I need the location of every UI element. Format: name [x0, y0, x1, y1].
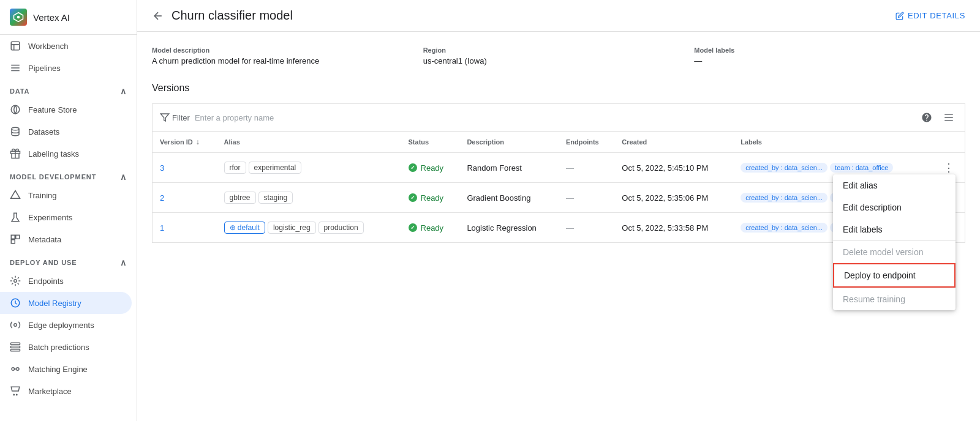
- sidebar-item-model-registry[interactable]: Model Registry: [0, 292, 132, 314]
- label-chip: created_by : data_scien...: [741, 223, 827, 233]
- col-version-id[interactable]: Version ID ↓: [153, 132, 217, 153]
- alias-tag: production: [318, 222, 364, 234]
- filter-input[interactable]: [195, 113, 913, 122]
- context-menu-item-delete-version: Delete model version: [833, 241, 956, 263]
- context-menu-item-edit-labels[interactable]: Edit labels: [833, 218, 956, 240]
- col-actions: [933, 132, 965, 153]
- svg-rect-13: [11, 240, 15, 244]
- cell-status: Ready: [401, 183, 460, 213]
- endpoints-dash: —: [566, 163, 574, 173]
- model-meta: Model description A churn prediction mod…: [152, 47, 965, 65]
- svg-point-20: [12, 368, 15, 371]
- sidebar-item-training[interactable]: Training: [0, 184, 132, 206]
- description-label: Model description: [152, 47, 423, 54]
- svg-marker-26: [160, 114, 168, 121]
- sidebar: Vertex AI Workbench Pipelines DATA ∧ Fea…: [0, 0, 137, 421]
- pipelines-icon: [10, 62, 21, 73]
- sidebar-item-workbench[interactable]: Workbench: [0, 35, 132, 57]
- cell-description: Gradient Boosting: [459, 183, 559, 213]
- filter-icon-area: Filter: [160, 113, 190, 122]
- filter-bar: Filter: [152, 103, 965, 131]
- page-title: Churn classifier model: [172, 9, 888, 23]
- svg-rect-12: [16, 235, 20, 239]
- cell-endpoints: —: [559, 183, 614, 213]
- svg-rect-17: [11, 343, 20, 345]
- region-value: us-central1 (Iowa): [423, 56, 695, 65]
- app-logo: Vertex AI: [0, 0, 137, 35]
- context-menu-item-edit-alias[interactable]: Edit alias: [833, 174, 956, 196]
- more-options-button[interactable]: ⋮: [940, 159, 957, 176]
- filter-label: Filter: [172, 113, 190, 122]
- cell-endpoints: —: [559, 213, 614, 243]
- label-chip: team : data_office: [830, 163, 893, 173]
- sidebar-item-endpoints[interactable]: Endpoints: [0, 270, 132, 292]
- columns-button[interactable]: [940, 109, 957, 126]
- cell-status: Ready: [401, 213, 460, 243]
- version-id-link[interactable]: 3: [160, 163, 164, 173]
- endpoints-dash: —: [566, 193, 574, 203]
- context-menu-item-edit-description[interactable]: Edit description: [833, 196, 956, 218]
- svg-point-16: [14, 324, 17, 327]
- col-status: Status: [401, 132, 460, 153]
- chevron-data: ∧: [120, 86, 127, 96]
- matching-icon: [10, 363, 21, 374]
- versions-title: Versions: [152, 83, 965, 94]
- svg-rect-11: [11, 235, 15, 239]
- context-menu-item-deploy-endpoint[interactable]: Deploy to endpoint: [833, 263, 956, 288]
- version-id-link[interactable]: 1: [160, 223, 164, 233]
- alias-tag: rfor: [224, 162, 246, 174]
- help-button[interactable]: [918, 109, 935, 126]
- sidebar-item-labeling-tasks[interactable]: Labeling tasks: [0, 143, 132, 165]
- feature-store-icon: [10, 104, 21, 115]
- context-menu-item-resume-training: Resume training: [833, 288, 956, 310]
- filter-actions: [918, 109, 957, 126]
- sidebar-item-matching-engine[interactable]: Matching Engine: [0, 358, 132, 380]
- sidebar-item-edge-deployments[interactable]: Edge deployments: [0, 314, 132, 336]
- status-label: Ready: [421, 193, 444, 203]
- sidebar-item-marketplace[interactable]: Marketplace: [0, 380, 132, 402]
- status-dot: [409, 193, 417, 202]
- endpoints-icon: [10, 275, 21, 286]
- label-chip: created_by : data_scien...: [741, 193, 827, 203]
- page-header: Churn classifier model EDIT DETAILS: [137, 0, 980, 32]
- marketplace-icon: [10, 386, 21, 397]
- edge-icon: [10, 319, 21, 330]
- meta-description: Model description A churn prediction mod…: [152, 47, 423, 65]
- training-icon: [10, 190, 21, 201]
- sidebar-item-feature-store[interactable]: Feature Store: [0, 99, 132, 121]
- alias-tag: logistic_reg: [268, 222, 316, 234]
- sidebar-item-experiments[interactable]: Experiments: [0, 206, 132, 228]
- datasets-icon: [10, 126, 21, 137]
- back-button[interactable]: [152, 10, 164, 22]
- metadata-icon: [10, 234, 21, 245]
- svg-rect-2: [11, 42, 20, 50]
- sidebar-item-metadata[interactable]: Metadata: [0, 228, 132, 250]
- alias-tag: staging: [258, 192, 293, 204]
- labels-value: —: [694, 56, 965, 65]
- cell-alias: rforexperimental: [217, 153, 401, 183]
- cell-created: Oct 5, 2022, 5:35:06 PM: [614, 183, 733, 213]
- meta-labels: Model labels —: [694, 47, 965, 65]
- cell-status: Ready: [401, 153, 460, 183]
- sidebar-item-pipelines[interactable]: Pipelines: [0, 57, 132, 79]
- section-deploy: DEPLOY AND USE ∧: [0, 250, 137, 270]
- edit-details-button[interactable]: EDIT DETAILS: [895, 11, 965, 20]
- cell-created: Oct 5, 2022, 5:33:58 PM: [614, 213, 733, 243]
- status-ready: Ready: [409, 193, 453, 203]
- section-model-dev: MODEL DEVELOPMENT ∧: [0, 165, 137, 184]
- table-header-row: Version ID ↓ Alias Status Description En…: [153, 132, 965, 153]
- svg-point-21: [17, 368, 20, 371]
- pipelines-label: Pipelines: [28, 64, 61, 73]
- workbench-icon: [10, 40, 21, 51]
- sidebar-item-datasets[interactable]: Datasets: [0, 121, 132, 143]
- svg-rect-18: [11, 346, 20, 348]
- sidebar-item-batch-predictions[interactable]: Batch predictions: [0, 336, 132, 358]
- meta-region: Region us-central1 (Iowa): [423, 47, 695, 65]
- chevron-deploy: ∧: [120, 258, 127, 267]
- description-value: A churn prediction model for real-time i…: [152, 56, 423, 65]
- col-endpoints: Endpoints: [559, 132, 614, 153]
- alias-tag: gbtree: [224, 192, 256, 204]
- status-ready: Ready: [409, 163, 453, 173]
- col-labels: Labels: [733, 132, 933, 153]
- version-id-link[interactable]: 2: [160, 193, 164, 203]
